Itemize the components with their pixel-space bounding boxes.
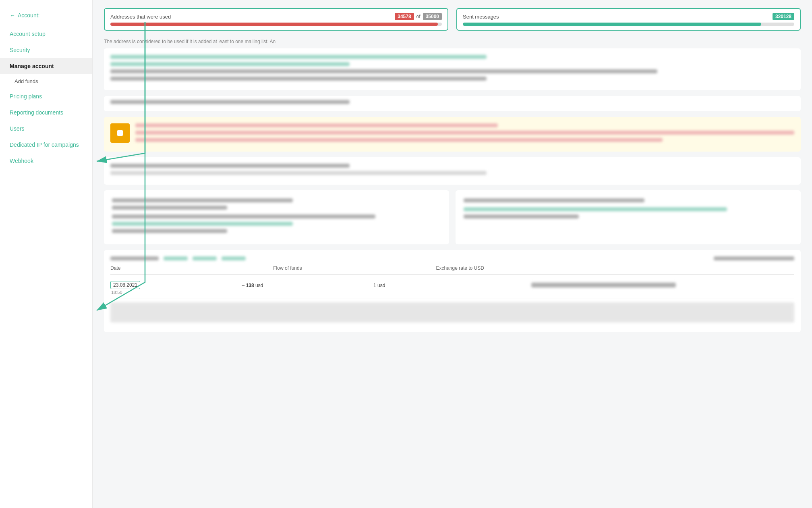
sent-messages-card: Sent messages 320128: [456, 8, 801, 31]
flow-currency: usd: [255, 283, 263, 288]
sent-messages-title: Sent messages: [463, 14, 499, 20]
addresses-title: Addresses that were used: [110, 14, 171, 20]
blurred-row-implied: [110, 302, 794, 323]
sent-messages-progress-bg: [463, 23, 794, 26]
blur-line-b1: [110, 164, 350, 168]
sidebar-item-users[interactable]: Users: [0, 121, 92, 137]
sidebar-item-pricing-plans[interactable]: Pricing plans: [0, 88, 92, 104]
addresses-progress-bg: [110, 23, 442, 26]
panel-right-line3: [464, 214, 579, 219]
flow-prefix: –: [242, 283, 245, 288]
panel-right: [456, 190, 801, 244]
exchange-cell: 1 usd: [373, 281, 531, 288]
col-header-flow: Flow of funds: [273, 265, 436, 271]
table-header-blur-4: [222, 256, 246, 260]
blur-line-2: [110, 62, 350, 66]
back-link[interactable]: ← Account:: [0, 8, 92, 23]
sidebar-item-dedicated-ip[interactable]: Dedicated IP for campaigns: [0, 137, 92, 153]
warning-icon-box: [110, 123, 130, 143]
flow-amount: 138: [246, 283, 254, 288]
addresses-header: Addresses that were used 34578 of 35000: [110, 13, 442, 20]
table-header-blur-5: [714, 256, 794, 260]
date-cell: 23.08.2021 18:50: [110, 281, 242, 295]
sent-messages-badge: 320128: [773, 13, 794, 20]
panel-left-line1: [112, 198, 293, 202]
blur-line-1: [110, 55, 487, 59]
two-col-panels: [104, 190, 801, 244]
table-row: 23.08.2021 18:50 – 138 usd 1 usd: [110, 278, 794, 298]
blur-line-4: [110, 77, 487, 81]
blur-line-w1: [135, 123, 498, 127]
flow-cell: – 138 usd: [242, 281, 374, 288]
sidebar-item-add-funds[interactable]: Add funds: [0, 74, 92, 88]
back-label: Account:: [18, 12, 39, 19]
sidebar-item-webhook[interactable]: Webhook: [0, 153, 92, 169]
stats-row: Addresses that were used 34578 of 35000 …: [104, 8, 801, 31]
panel-left-line5: [112, 229, 227, 233]
sent-messages-header: Sent messages 320128: [463, 13, 794, 20]
sidebar-item-manage-account[interactable]: Manage account: [0, 58, 92, 74]
blurred-section-1: [104, 48, 801, 90]
addresses-progress-fill: [110, 23, 438, 26]
blurred-section-3: [104, 157, 801, 185]
panel-left: [104, 190, 449, 244]
col-header-date: Date: [110, 265, 273, 271]
warning-content: [135, 123, 794, 145]
extra-cell: [531, 281, 794, 291]
table-header-blur-3: [193, 256, 217, 260]
sent-messages-progress-fill: [463, 23, 761, 26]
addresses-used-badge: 34578: [395, 13, 414, 20]
blur-line-b2: [110, 171, 487, 175]
date-time: 18:50: [110, 290, 242, 295]
addresses-card: Addresses that were used 34578 of 35000: [104, 8, 448, 31]
blur-line-w2: [135, 131, 794, 135]
panel-left-line2: [112, 206, 227, 210]
table-header-blur: [110, 256, 794, 260]
blurred-row-fill: [110, 302, 794, 323]
sidebar-item-reporting-documents[interactable]: Reporting documents: [0, 104, 92, 121]
date-value: 23.08.2021: [110, 281, 140, 289]
blur-line-5: [110, 100, 350, 104]
warning-section: [104, 117, 801, 152]
table-header-blur-2: [164, 256, 188, 260]
table-section: Date Flow of funds Exchange rate to USD …: [104, 250, 801, 332]
panel-left-line4: [112, 222, 293, 226]
sidebar: ← Account: Account setup Security Manage…: [0, 0, 93, 508]
back-arrow-icon: ←: [10, 12, 15, 19]
col-header-exchange: Exchange rate to USD: [436, 265, 632, 271]
table-col-headers: Date Flow of funds Exchange rate to USD: [110, 265, 794, 275]
warning-icon: [117, 130, 123, 136]
blur-line-3: [110, 69, 657, 73]
blurred-section-2: [104, 96, 801, 111]
sidebar-item-account-setup[interactable]: Account setup: [0, 26, 92, 42]
main-content: Addresses that were used 34578 of 35000 …: [93, 0, 812, 508]
col-header-extra: [632, 265, 794, 271]
addresses-total-badge: 35000: [423, 13, 442, 20]
extra-blur: [531, 283, 676, 287]
sidebar-item-security[interactable]: Security: [0, 42, 92, 58]
panel-left-line3: [112, 214, 375, 219]
info-text: The address is considered to be used if …: [104, 39, 801, 44]
table-header-blur-1: [110, 256, 159, 260]
panel-right-line2: [464, 207, 727, 211]
addresses-of-label: of: [416, 14, 420, 19]
addresses-badges: 34578 of 35000: [395, 13, 442, 20]
panel-right-line1: [464, 198, 644, 202]
blur-line-w3: [135, 138, 663, 142]
